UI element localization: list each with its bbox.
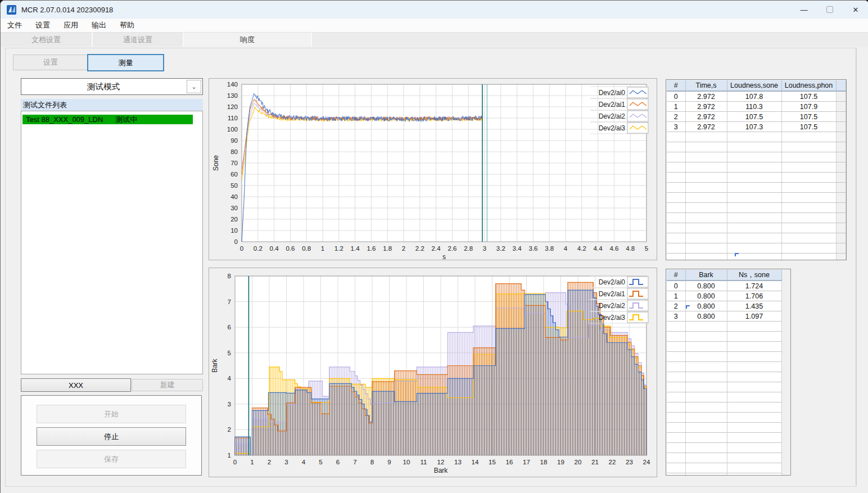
- table-row[interactable]: [667, 152, 846, 162]
- table-cell[interactable]: [781, 243, 836, 254]
- table-row[interactable]: 32.972107.3107.5: [667, 122, 846, 132]
- table-row[interactable]: [667, 183, 846, 193]
- table-row[interactable]: [667, 443, 781, 453]
- table-cell[interactable]: 0.800: [685, 311, 727, 322]
- table-cell[interactable]: [727, 233, 781, 243]
- table-cell[interactable]: 110.3: [727, 102, 781, 112]
- table-cell[interactable]: [727, 352, 781, 362]
- table-cell[interactable]: [781, 254, 836, 261]
- table-cell[interactable]: [685, 423, 727, 433]
- measure-subtab[interactable]: 测量: [87, 54, 164, 71]
- table-row[interactable]: [667, 142, 846, 152]
- specific-table-panel[interactable]: #BarkNs，sone00.8001.72410.8001.70620.800…: [666, 269, 791, 476]
- table-cell[interactable]: [727, 463, 781, 473]
- table-cell[interactable]: [727, 132, 781, 142]
- menu-item[interactable]: 应用: [57, 19, 85, 32]
- table-cell[interactable]: [667, 183, 685, 193]
- table-cell[interactable]: [667, 413, 685, 423]
- table-cell[interactable]: [667, 223, 685, 233]
- table-cell[interactable]: 107.8: [727, 91, 781, 102]
- table-cell[interactable]: 1.724: [727, 281, 781, 291]
- table-cell[interactable]: [667, 203, 685, 213]
- table-cell[interactable]: [727, 362, 781, 372]
- table-cell[interactable]: [667, 243, 685, 254]
- table-cell[interactable]: 1.435: [727, 301, 781, 311]
- table-cell[interactable]: [727, 193, 781, 203]
- table-row[interactable]: [667, 453, 781, 463]
- table-cell[interactable]: [727, 443, 781, 453]
- legend-item[interactable]: Dev2/ai2: [599, 111, 648, 121]
- table-cell[interactable]: [685, 362, 727, 372]
- table-row[interactable]: [667, 473, 781, 476]
- table-row[interactable]: [667, 402, 781, 413]
- table-cell[interactable]: [781, 173, 836, 183]
- table-cell[interactable]: 1: [667, 291, 685, 301]
- table-cell[interactable]: [727, 423, 781, 433]
- table-cell[interactable]: [685, 193, 727, 203]
- maximize-button[interactable]: [817, 1, 843, 19]
- table-cell[interactable]: [781, 152, 836, 162]
- table-cell[interactable]: [667, 372, 685, 382]
- table-cell[interactable]: 2: [667, 301, 685, 311]
- table-cell[interactable]: 107.5: [781, 112, 836, 122]
- tab-文档设置[interactable]: 文档设置: [1, 33, 93, 47]
- table-cell[interactable]: [781, 223, 836, 233]
- table-row[interactable]: [667, 173, 846, 183]
- table-cell[interactable]: [727, 433, 781, 443]
- table-row[interactable]: [667, 203, 846, 213]
- table-cell[interactable]: [685, 443, 727, 453]
- legend-item[interactable]: Dev2/ai1: [599, 99, 648, 110]
- table-cell[interactable]: [781, 213, 836, 223]
- table-row[interactable]: 02.972107.8107.5: [667, 91, 846, 102]
- xxx-button[interactable]: XXX: [21, 378, 131, 392]
- chevron-down-icon[interactable]: ⌄: [187, 80, 201, 93]
- table-cell[interactable]: [781, 132, 836, 142]
- table-cell[interactable]: [727, 183, 781, 193]
- table-cell[interactable]: [667, 132, 685, 142]
- specific-loudness-chart[interactable]: 0123456789101112131415161718192021222324…: [209, 268, 657, 477]
- table-cell[interactable]: 2: [667, 112, 685, 122]
- table-cell[interactable]: [685, 382, 727, 392]
- list-item[interactable]: Test 88_XXX_009_LDN测试中: [22, 115, 193, 124]
- legend-item[interactable]: Dev2/ai3: [599, 312, 648, 323]
- table-row[interactable]: [667, 433, 781, 443]
- tab-通道设置[interactable]: 通道设置: [93, 33, 184, 47]
- table-cell[interactable]: [781, 183, 836, 193]
- table-cell[interactable]: [667, 213, 685, 223]
- table-row[interactable]: [667, 223, 846, 233]
- minimize-button[interactable]: —: [791, 1, 817, 19]
- legend-item[interactable]: Dev2/ai0: [599, 87, 648, 98]
- table-cell[interactable]: [727, 162, 781, 173]
- table-row[interactable]: [667, 332, 781, 342]
- test-mode-dropdown[interactable]: 测试模式 ⌄: [21, 78, 203, 95]
- table-cell[interactable]: 2.972: [685, 122, 727, 132]
- table-cell[interactable]: [685, 223, 727, 233]
- table-row[interactable]: [667, 193, 846, 203]
- table-cell[interactable]: [667, 433, 685, 443]
- table-cell[interactable]: [727, 372, 781, 382]
- table-cell[interactable]: [685, 233, 727, 243]
- menu-item[interactable]: 输出: [85, 19, 113, 32]
- table-cell[interactable]: 0: [667, 281, 685, 291]
- menu-item[interactable]: 设置: [29, 19, 57, 32]
- table-row[interactable]: [667, 213, 846, 223]
- table-row[interactable]: 30.8001.097: [667, 311, 781, 322]
- table-row[interactable]: [667, 382, 781, 392]
- table-cell[interactable]: [667, 233, 685, 243]
- table-cell[interactable]: 107.3: [727, 122, 781, 132]
- table-cell[interactable]: 107.5: [727, 112, 781, 122]
- table-cell[interactable]: 0.800: [685, 291, 727, 301]
- table-cell[interactable]: [685, 342, 727, 352]
- table-cell[interactable]: [685, 433, 727, 443]
- table-cell[interactable]: 1.706: [727, 291, 781, 301]
- table-row[interactable]: [667, 352, 781, 362]
- table-cell[interactable]: [685, 453, 727, 463]
- test-file-listbox[interactable]: Test 88_XXX_009_LDN测试中: [21, 111, 203, 374]
- table-cell[interactable]: [667, 254, 685, 261]
- table-cell[interactable]: [727, 243, 781, 254]
- table-cell[interactable]: [667, 362, 685, 372]
- table-row[interactable]: [667, 132, 846, 142]
- table-row[interactable]: 12.972110.3107.9: [667, 102, 846, 112]
- table-cell[interactable]: [685, 173, 727, 183]
- legend-item[interactable]: Dev2/ai3: [599, 123, 648, 133]
